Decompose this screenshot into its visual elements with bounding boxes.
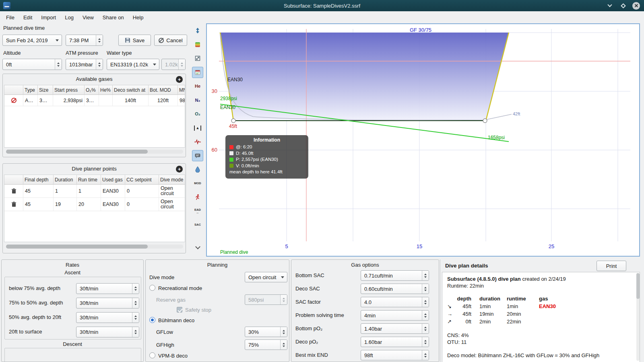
waypoint-handle[interactable]	[483, 119, 487, 123]
col-bot-mod[interactable]: Bot. MOD	[149, 85, 178, 95]
toolbar-ead-button[interactable]: EAD↔	[192, 206, 203, 217]
deco-sac-spinner[interactable]: 0.60cuft/min	[361, 284, 429, 294]
deco-po2-spinner[interactable]: 1.60bar	[361, 337, 429, 347]
plan-col-depth: depth	[454, 295, 471, 302]
menu-help[interactable]: Help	[128, 12, 148, 23]
descent-box	[4, 348, 141, 362]
gflow-spinner[interactable]: 30%	[245, 327, 287, 337]
scrollbar-thumb[interactable]	[636, 273, 640, 299]
menu-edit[interactable]: Edit	[19, 12, 37, 23]
toolbar-edit-plan-button[interactable]	[192, 67, 203, 78]
dive-profile-chart[interactable]: GF 30/75 30 60 5 15 25 EAN30 2938psi EAN…	[206, 23, 640, 257]
col-mn[interactable]: MN	[178, 85, 185, 95]
photos-icon	[194, 41, 201, 48]
altitude-spinner[interactable]: 0ft	[2, 59, 62, 70]
points-hscrollbar[interactable]	[6, 245, 183, 249]
panel-splitter[interactable]	[440, 259, 440, 362]
points-table-header: Final depth Duration Run time Used gas C…	[4, 175, 185, 185]
segment-arrow-icon: ↗	[447, 318, 454, 325]
date-select[interactable]: Sun Feb 24, 2019	[2, 35, 62, 46]
vpmb-deco-radio[interactable]	[149, 352, 155, 358]
bottom-sac-spinner[interactable]: 0.71cuft/min	[361, 270, 429, 281]
toolbar-sac-time-button[interactable]: SAC	[192, 219, 203, 230]
toolbar-mod-button[interactable]: MOD	[192, 178, 203, 189]
gas-row[interactable]: A… 3… 2,938psi 3… 140ft 120ft 98	[4, 95, 185, 106]
waypoint-handle[interactable]	[231, 119, 235, 123]
add-gas-button[interactable]: +	[176, 76, 183, 83]
toolbar-salinity-button[interactable]	[192, 164, 203, 175]
rates-title: Rates	[2, 262, 143, 268]
plan-col-gas: gas	[535, 295, 579, 302]
planning-title: Planning	[146, 262, 289, 268]
time-spinner[interactable]: 7:38 PM	[66, 35, 103, 46]
col-cc-setpoint[interactable]: CC setpoint	[125, 175, 159, 185]
col-start-press[interactable]: Start press	[53, 85, 85, 95]
toolbar-pp-n2-button[interactable]: N₂	[192, 95, 203, 106]
toolbar-scroll-down-button[interactable]	[192, 242, 203, 253]
scrollbar-thumb[interactable]	[6, 150, 148, 154]
planned-dive-time-label: Planned dive time	[3, 25, 45, 31]
spinner-buttons[interactable]	[55, 59, 62, 70]
chart-info-tooltip[interactable]: Information @: 6:20 D: 45.0ft P: 2,557ps…	[225, 135, 308, 179]
problem-solving-time-spinner[interactable]: 4min	[361, 310, 429, 321]
add-point-button[interactable]: +	[176, 166, 183, 173]
water-type-select[interactable]: EN13319 (1.02k	[107, 59, 159, 70]
reserve-gas-label: Reserve gas	[156, 297, 186, 303]
details-vscrollbar[interactable]	[636, 273, 640, 361]
remove-gas-icon[interactable]	[11, 98, 17, 103]
sac-factor-spinner[interactable]: 4.0	[361, 297, 429, 307]
rate-spinner[interactable]: 30ft/min	[76, 298, 139, 309]
col-used-gas[interactable]: Used gas	[101, 175, 125, 185]
col-he[interactable]: He%	[99, 85, 113, 95]
col-deco-switch[interactable]: Deco switch at	[113, 85, 149, 95]
menu-import[interactable]: Import	[37, 12, 60, 23]
toolbar-pp-graphs-button[interactable]: ▲	[192, 122, 203, 134]
rate-spinner[interactable]: 30ft/min	[76, 312, 139, 323]
print-button[interactable]: Print	[597, 261, 626, 271]
window-shade-button[interactable]	[606, 2, 614, 10]
point-row[interactable]: 45 1 1 EAN30 0 Open circuit	[4, 185, 185, 198]
atm-pressure-spinner[interactable]: 1013mbar	[66, 59, 103, 70]
recreational-mode-radio[interactable]	[149, 285, 155, 291]
delete-point-icon[interactable]	[11, 202, 17, 207]
titlebar[interactable]: Subsurface: SampleDivesV2.ssrf	[0, 0, 644, 11]
col-duration[interactable]: Duration	[54, 175, 77, 185]
col-size[interactable]: Size	[38, 85, 53, 95]
best-mix-end-spinner[interactable]: 98ft	[361, 350, 429, 360]
cancel-button[interactable]: Cancel	[154, 35, 187, 46]
col-final-depth[interactable]: Final depth	[23, 175, 54, 185]
bottom-po2-spinner[interactable]: 1.40bar	[361, 323, 429, 334]
toolbar-photos-button[interactable]	[192, 39, 203, 50]
point-row[interactable]: 45 19 20 EAN30 0 Open circuit	[4, 198, 185, 211]
rate-spinner[interactable]: 30ft/min	[76, 283, 139, 294]
menu-share-on[interactable]: Share on	[98, 12, 128, 23]
toolbar-pp-o2-button[interactable]: O₂	[192, 108, 203, 119]
delete-point-icon[interactable]	[11, 188, 17, 194]
rate-spinner[interactable]: 30ft/min	[76, 327, 139, 337]
menu-file[interactable]: File	[2, 12, 19, 23]
col-run-time[interactable]: Run time	[77, 175, 101, 185]
toolbar-pp-he-button[interactable]: He	[192, 80, 203, 92]
toolbar-scale-button[interactable]	[192, 25, 203, 36]
bottom-sac-label: Bottom SAC	[295, 272, 324, 278]
save-button[interactable]: Save	[118, 35, 151, 46]
buhlmann-deco-radio[interactable]	[149, 317, 155, 323]
gases-hscrollbar[interactable]	[6, 150, 183, 154]
col-type[interactable]: Type	[23, 85, 38, 95]
col-dive-mode[interactable]: Dive mode	[159, 175, 185, 185]
dive-mode-select[interactable]: Open circuit	[245, 272, 287, 282]
gfhigh-spinner[interactable]: 75%	[245, 339, 287, 350]
menu-view[interactable]: View	[78, 12, 98, 23]
spinner-buttons[interactable]	[96, 35, 103, 45]
col-o2[interactable]: O₂%	[85, 85, 99, 95]
close-button[interactable]	[632, 2, 640, 10]
toolbar-heartrate-button[interactable]	[192, 136, 203, 147]
menu-log[interactable]: Log	[60, 12, 78, 23]
toolbar-zoom-restore-button[interactable]	[192, 53, 203, 64]
toolbar-sac-rate-button[interactable]	[192, 191, 203, 203]
scrollbar-thumb[interactable]	[6, 245, 148, 249]
maximize-button[interactable]	[619, 2, 627, 10]
toolbar-tooltip-button[interactable]	[192, 150, 203, 161]
gas-o2: 3…	[85, 95, 99, 106]
spinner-buttons[interactable]	[96, 59, 103, 70]
